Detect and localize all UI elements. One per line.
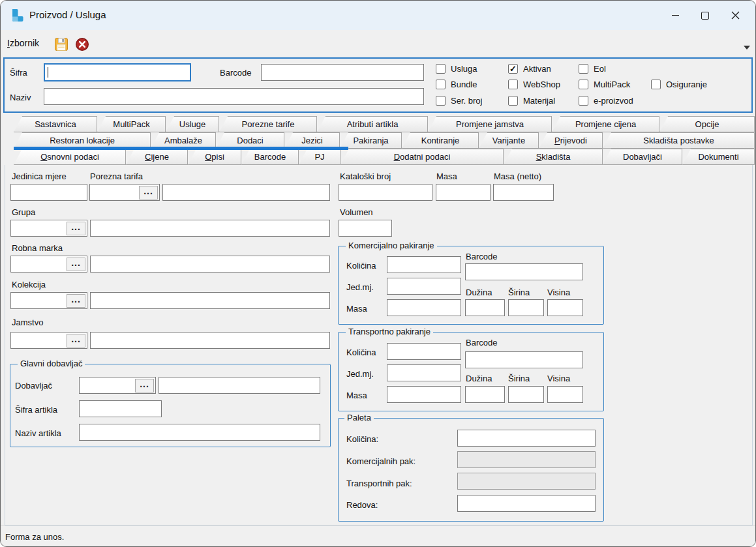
tp-sirina-input[interactable] [508, 386, 544, 403]
label-kp-masa: Masa [346, 304, 367, 314]
save-icon[interactable] [54, 37, 68, 52]
checkmark-icon: ✓ [509, 65, 517, 73]
jamstvo-name-input[interactable] [90, 332, 330, 349]
porezna-tarifa-lookup-button[interactable]: ... [139, 186, 158, 200]
tab-skladista-postavke[interactable]: Skladišta postavke [603, 132, 755, 149]
tab-promjene-cijena[interactable]: Promjene cijena [552, 116, 659, 132]
tab-opisi[interactable]: Opisi [188, 149, 241, 165]
masa-input[interactable] [436, 184, 491, 201]
tab-dodatni-podaci[interactable]: Dodatni podaci [340, 149, 504, 165]
kp-jed-mj-input[interactable] [387, 278, 461, 295]
robna-marka-name-input[interactable] [90, 256, 330, 273]
kp-visina-input[interactable] [547, 299, 583, 316]
tp-visina-input[interactable] [547, 386, 583, 403]
checkbox-box [436, 80, 446, 89]
tp-jed-mj-input[interactable] [387, 364, 461, 381]
tab-usluge[interactable]: Usluge [166, 116, 219, 132]
checkbox-label: Osiguranje [666, 80, 707, 89]
checkbox-multipack[interactable]: MultiPack [579, 80, 630, 89]
minimize-button[interactable] [660, 1, 690, 30]
sifra-input[interactable] [44, 63, 191, 81]
tab-osnovni-podaci[interactable]: Osnovni podaci [14, 149, 126, 165]
label-tp-barcode: Barcode [466, 338, 497, 347]
label-kp-duzina: Dužina [466, 288, 492, 297]
grupa-name-input[interactable] [90, 220, 330, 237]
maximize-button[interactable] [690, 1, 720, 30]
tab-promjene-jamstva[interactable]: Promjene jamstva [428, 116, 552, 132]
barcode-input[interactable] [261, 64, 424, 81]
checkbox-materijal[interactable]: Materijal [508, 96, 555, 106]
toolbar-overflow-arrow-icon[interactable] [744, 46, 750, 50]
checkbox-label: Eol [594, 64, 606, 74]
tab-kontiranje[interactable]: Kontiranje [402, 132, 479, 149]
checkbox-osiguranje[interactable]: Osiguranje [651, 80, 707, 89]
tab-varijante[interactable]: Varijante [479, 132, 539, 149]
volumen-input[interactable] [339, 220, 392, 237]
checkbox-box [651, 80, 661, 89]
active-tab-indicator [14, 147, 348, 150]
tab-multipack[interactable]: MultiPack [97, 116, 166, 132]
robna-marka-lookup-button[interactable]: ... [67, 258, 85, 271]
checkbox-label: Ser. broj [451, 96, 482, 106]
checkbox-label: MultiPack [594, 80, 630, 89]
label-jamstvo: Jamstvo [12, 318, 43, 327]
checkbox-e-proizvod[interactable]: e-proizvod [579, 96, 633, 106]
tab-prijevodi[interactable]: Prijevodi [539, 132, 603, 149]
paleta-redova-input[interactable] [457, 495, 596, 512]
tab-cijene[interactable]: Cijene [126, 149, 188, 165]
tab-sastavnica[interactable]: Sastavnica [14, 116, 97, 132]
paleta-kolicina-input[interactable] [457, 430, 596, 447]
sifra-artikla-input[interactable] [79, 400, 162, 417]
checkbox-label: Aktivan [523, 64, 551, 74]
tab-pj[interactable]: PJ [299, 149, 340, 165]
dobavljac-name-input[interactable] [159, 377, 320, 394]
kolekcija-name-input[interactable] [90, 292, 330, 309]
tab-porezne-tarife[interactable]: Porezne tarife [219, 116, 317, 132]
kolekcija-lookup-button[interactable]: ... [67, 294, 85, 308]
window-controls [660, 1, 750, 30]
tab-skladista[interactable]: Skladišta [504, 149, 603, 165]
kp-masa-input[interactable] [387, 299, 461, 316]
kp-kolicina-input[interactable] [387, 256, 461, 273]
kp-sirina-input[interactable] [508, 299, 544, 316]
checkbox-ser-broj[interactable]: Ser. broj [436, 96, 482, 106]
label-kp-visina: Visina [547, 288, 570, 297]
label-sifra: Šifra [10, 68, 27, 78]
checkbox-bundle[interactable]: Bundle [436, 80, 477, 89]
jedinica-mjere-input[interactable] [10, 184, 87, 201]
checkbox-box [579, 64, 588, 74]
tp-duzina-input[interactable] [465, 386, 505, 403]
dobavljac-lookup-button[interactable]: ... [135, 379, 154, 392]
grupa-lookup-button[interactable]: ... [67, 222, 85, 235]
naziv-artikla-input[interactable] [79, 424, 320, 441]
title-bar: Proizvod / Usluga [1, 1, 755, 30]
tp-barcode-input[interactable] [465, 351, 583, 368]
tab-atributi-artikla[interactable]: Atributi artikla [317, 116, 428, 132]
tab-dobavljaci[interactable]: Dobavljači [603, 149, 682, 165]
kp-barcode-input[interactable] [465, 263, 583, 280]
komercijalno-pakiranje-group-title: Komercijalno pakiranje [346, 241, 437, 250]
naziv-input[interactable] [44, 88, 424, 105]
jamstvo-lookup-button[interactable]: ... [67, 334, 85, 347]
checkbox-aktivan[interactable]: ✓ Aktivan [508, 64, 551, 74]
kp-duzina-input[interactable] [465, 299, 505, 316]
menu-izbornik[interactable]: Izbornik [7, 38, 39, 48]
label-tp-visina: Visina [547, 374, 570, 383]
checkbox-label: Materijal [523, 96, 555, 106]
cancel-icon[interactable] [75, 37, 89, 52]
tp-kolicina-input[interactable] [387, 343, 461, 360]
masa-netto-input[interactable] [493, 184, 554, 201]
close-button[interactable] [720, 1, 750, 30]
checkbox-eol[interactable]: Eol [579, 64, 606, 74]
label-paleta-redova: Redova: [346, 500, 378, 510]
tab-dokumenti[interactable]: Dokumenti [682, 149, 755, 165]
porezna-tarifa-name-input[interactable] [162, 184, 330, 201]
checkbox-webshop[interactable]: WebShop [508, 80, 560, 89]
minimize-icon [672, 15, 679, 16]
tab-opcije[interactable]: Opcije [659, 116, 755, 132]
tp-masa-input[interactable] [387, 386, 461, 403]
kataloski-broj-input[interactable] [339, 184, 432, 201]
checkbox-usluga[interactable]: Usluga [436, 64, 477, 74]
tab-pakiranja[interactable]: Pakiranja [340, 132, 402, 149]
tab-barcode[interactable]: Barcode [241, 149, 299, 165]
